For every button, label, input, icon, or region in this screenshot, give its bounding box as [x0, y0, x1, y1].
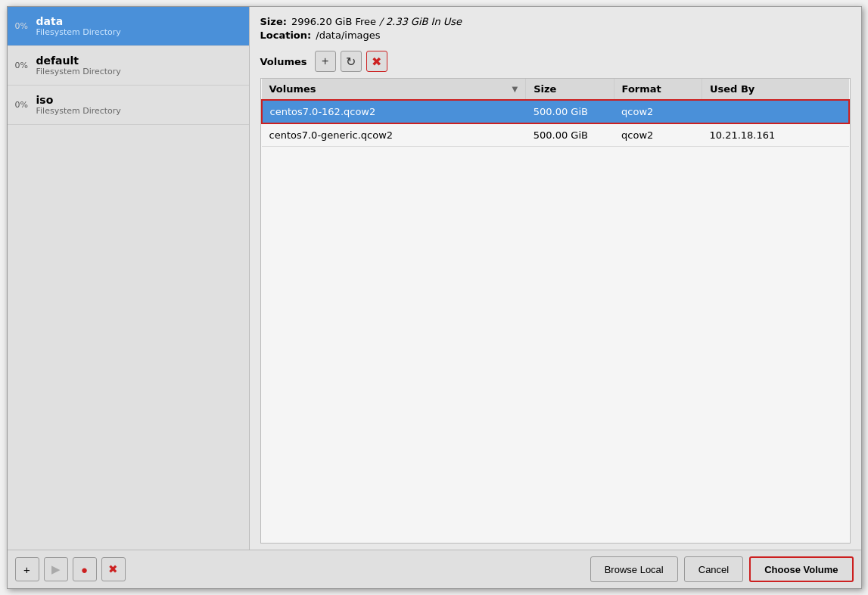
pool-list: 0% data Filesystem Directory 0% default …: [8, 7, 250, 550]
volume-format: qcow2: [614, 123, 702, 147]
volumes-table-wrapper: Volumes ▼ Size Format Used: [260, 78, 851, 544]
size-free: 2996.20 GiB Free: [291, 16, 376, 27]
pool-type: Filesystem Directory: [36, 27, 121, 37]
pool-percent: 0%: [15, 100, 36, 110]
volumes-body: centos7.0-162.qcow2 500.00 GiB qcow2 cen…: [262, 100, 849, 147]
pool-percent: 0%: [15, 21, 36, 31]
location-value: /data/images: [316, 30, 380, 41]
pool-details: Size:2996.20 GiB Free / 2.33 GiB In Use …: [260, 16, 851, 43]
choose-volume-button[interactable]: Choose Volume: [749, 556, 853, 582]
browse-local-button[interactable]: Browse Local: [590, 556, 678, 582]
location-label: Location:: [260, 30, 312, 41]
volume-name: centos7.0-generic.qcow2: [262, 123, 526, 147]
cancel-button[interactable]: Cancel: [684, 556, 743, 582]
col-header-format: Format: [614, 79, 702, 100]
add-volume-button[interactable]: +: [315, 51, 336, 72]
stop-button[interactable]: ✖: [101, 557, 126, 581]
pool-item-default[interactable]: 0% default Filesystem Directory: [8, 46, 249, 86]
size-in-use: / 2.33 GiB In Use: [379, 16, 462, 27]
refresh-volume-button[interactable]: ↻: [341, 51, 362, 72]
right-panel: Size:2996.20 GiB Free / 2.33 GiB In Use …: [250, 7, 861, 550]
bottom-right-actions: Browse Local Cancel Choose Volume: [590, 556, 854, 582]
volumes-label: Volumes: [260, 56, 307, 67]
size-row: Size:2996.20 GiB Free / 2.33 GiB In Use: [260, 16, 851, 27]
col-header-used-by: Used By: [702, 79, 848, 100]
pool-item-data[interactable]: 0% data Filesystem Directory: [8, 7, 249, 46]
table-header-row: Volumes ▼ Size Format Used: [262, 79, 849, 100]
record-button[interactable]: ●: [73, 557, 97, 581]
add-pool-button[interactable]: +: [15, 557, 39, 581]
location-row: Location:/data/images: [260, 30, 851, 41]
bottom-bar: + ▶ ● ✖ Browse Local Cancel Choose Volum…: [8, 550, 861, 588]
table-row[interactable]: centos7.0-162.qcow2 500.00 GiB qcow2: [262, 100, 849, 123]
table-row[interactable]: centos7.0-generic.qcow2 500.00 GiB qcow2…: [262, 123, 849, 147]
volume-size: 500.00 GiB: [526, 100, 614, 123]
volume-used-by: 10.21.18.161: [702, 123, 848, 147]
volumes-toolbar: Volumes + ↻ ✖: [260, 51, 851, 72]
col-header-volumes: Volumes ▼: [262, 79, 526, 100]
storage-volume-dialog: 0% data Filesystem Directory 0% default …: [7, 6, 862, 589]
volume-format: qcow2: [614, 100, 702, 123]
pool-info: default Filesystem Directory: [36, 55, 121, 76]
volume-name: centos7.0-162.qcow2: [262, 100, 526, 123]
size-label: Size:: [260, 16, 287, 27]
pool-item-iso[interactable]: 0% iso Filesystem Directory: [8, 86, 249, 125]
volumes-table: Volumes ▼ Size Format Used: [261, 79, 850, 147]
volume-used-by: [702, 100, 848, 123]
pool-info: iso Filesystem Directory: [36, 94, 121, 116]
pool-type: Filesystem Directory: [36, 67, 121, 76]
col-header-size: Size: [526, 79, 614, 100]
delete-volume-button[interactable]: ✖: [366, 51, 387, 72]
pool-name: data: [36, 15, 121, 27]
sort-arrow-volumes: ▼: [512, 85, 518, 93]
pool-info: data Filesystem Directory: [36, 15, 121, 37]
dialog-body: 0% data Filesystem Directory 0% default …: [8, 7, 861, 550]
pool-percent: 0%: [15, 61, 36, 70]
pool-name: default: [36, 55, 121, 67]
pool-type: Filesystem Directory: [36, 106, 121, 116]
volume-size: 500.00 GiB: [526, 123, 614, 147]
play-button[interactable]: ▶: [44, 557, 68, 581]
pool-name: iso: [36, 94, 121, 106]
bottom-left-actions: + ▶ ● ✖: [15, 557, 586, 581]
